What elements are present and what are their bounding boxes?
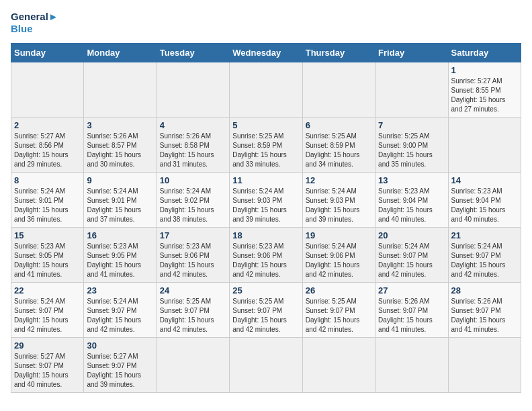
day-info: Sunrise: 5:26 AMSunset: 9:07 PMDaylight:…	[378, 297, 445, 334]
day-cell: 22Sunrise: 5:24 AMSunset: 9:07 PMDayligh…	[11, 283, 84, 338]
day-cell: 23Sunrise: 5:24 AMSunset: 9:07 PMDayligh…	[84, 283, 157, 338]
week-row-5: 22Sunrise: 5:24 AMSunset: 9:07 PMDayligh…	[11, 283, 521, 338]
header-row: SundayMondayTuesdayWednesdayThursdayFrid…	[11, 44, 521, 62]
day-info: Sunrise: 5:23 AMSunset: 9:06 PMDaylight:…	[232, 242, 299, 279]
week-row-1: 1Sunrise: 5:27 AMSunset: 8:55 PMDaylight…	[11, 62, 521, 118]
day-number: 2	[14, 120, 81, 130]
day-info: Sunrise: 5:25 AMSunset: 9:07 PMDaylight:…	[306, 297, 372, 334]
day-number: 20	[378, 230, 445, 240]
day-cell: 14Sunrise: 5:23 AMSunset: 9:04 PMDayligh…	[448, 173, 521, 228]
day-number: 15	[14, 230, 81, 240]
day-cell	[448, 338, 521, 393]
day-number: 7	[378, 120, 445, 130]
day-info: Sunrise: 5:24 AMSunset: 9:07 PMDaylight:…	[451, 242, 518, 279]
day-info: Sunrise: 5:24 AMSunset: 9:03 PMDaylight:…	[232, 187, 299, 224]
day-cell: 10Sunrise: 5:24 AMSunset: 9:02 PMDayligh…	[157, 173, 229, 228]
day-info: Sunrise: 5:25 AMSunset: 8:59 PMDaylight:…	[232, 132, 299, 169]
day-info: Sunrise: 5:24 AMSunset: 9:06 PMDaylight:…	[306, 242, 372, 279]
day-info: Sunrise: 5:24 AMSunset: 9:07 PMDaylight:…	[378, 242, 445, 279]
day-number: 30	[87, 340, 153, 351]
day-number: 23	[87, 285, 153, 295]
day-info: Sunrise: 5:24 AMSunset: 9:01 PMDaylight:…	[87, 187, 153, 224]
day-cell	[375, 338, 448, 393]
day-number: 9	[87, 175, 153, 185]
day-number: 26	[306, 285, 372, 295]
day-info: Sunrise: 5:26 AMSunset: 9:07 PMDaylight:…	[451, 297, 518, 334]
day-cell	[448, 118, 521, 173]
day-number: 13	[378, 175, 445, 185]
day-info: Sunrise: 5:23 AMSunset: 9:05 PMDaylight:…	[87, 242, 153, 279]
day-cell	[11, 62, 84, 118]
day-info: Sunrise: 5:27 AMSunset: 9:07 PMDaylight:…	[87, 352, 153, 390]
week-row-2: 2Sunrise: 5:27 AMSunset: 8:56 PMDaylight…	[11, 118, 521, 173]
column-header-tuesday: Tuesday	[157, 44, 229, 62]
day-cell: 6Sunrise: 5:25 AMSunset: 8:59 PMDaylight…	[302, 118, 375, 173]
day-number: 18	[232, 230, 299, 240]
week-row-6: 29Sunrise: 5:27 AMSunset: 9:07 PMDayligh…	[11, 338, 521, 393]
day-cell: 16Sunrise: 5:23 AMSunset: 9:05 PMDayligh…	[84, 228, 157, 283]
day-cell	[230, 338, 302, 393]
day-cell	[230, 62, 302, 118]
day-cell: 29Sunrise: 5:27 AMSunset: 9:07 PMDayligh…	[11, 338, 84, 393]
day-number: 16	[87, 230, 153, 240]
day-info: Sunrise: 5:27 AMSunset: 8:55 PMDaylight:…	[451, 77, 518, 114]
calendar-table: SundayMondayTuesdayWednesdayThursdayFrid…	[11, 43, 521, 393]
day-info: Sunrise: 5:26 AMSunset: 8:57 PMDaylight:…	[87, 132, 153, 169]
day-info: Sunrise: 5:23 AMSunset: 9:06 PMDaylight:…	[160, 242, 226, 279]
day-number: 8	[14, 175, 81, 185]
day-cell	[302, 62, 375, 118]
day-number: 19	[306, 230, 372, 240]
day-cell: 30Sunrise: 5:27 AMSunset: 9:07 PMDayligh…	[84, 338, 157, 393]
day-info: Sunrise: 5:27 AMSunset: 8:56 PMDaylight:…	[14, 132, 81, 169]
day-cell: 7Sunrise: 5:25 AMSunset: 9:00 PMDaylight…	[375, 118, 448, 173]
day-cell: 5Sunrise: 5:25 AMSunset: 8:59 PMDaylight…	[230, 118, 302, 173]
day-cell: 19Sunrise: 5:24 AMSunset: 9:06 PMDayligh…	[302, 228, 375, 283]
day-number: 28	[451, 285, 518, 295]
day-info: Sunrise: 5:26 AMSunset: 8:58 PMDaylight:…	[160, 132, 226, 169]
day-info: Sunrise: 5:25 AMSunset: 8:59 PMDaylight:…	[306, 132, 372, 169]
day-cell: 1Sunrise: 5:27 AMSunset: 8:55 PMDaylight…	[448, 62, 521, 118]
day-info: Sunrise: 5:25 AMSunset: 9:07 PMDaylight:…	[160, 297, 226, 334]
day-cell	[157, 338, 229, 393]
day-number: 6	[306, 120, 372, 130]
week-row-3: 8Sunrise: 5:24 AMSunset: 9:01 PMDaylight…	[11, 173, 521, 228]
day-cell: 21Sunrise: 5:24 AMSunset: 9:07 PMDayligh…	[448, 228, 521, 283]
day-number: 10	[160, 175, 226, 185]
day-cell	[302, 338, 375, 393]
day-cell: 12Sunrise: 5:24 AMSunset: 9:03 PMDayligh…	[302, 173, 375, 228]
day-cell: 11Sunrise: 5:24 AMSunset: 9:03 PMDayligh…	[230, 173, 302, 228]
day-number: 5	[232, 120, 299, 130]
day-cell: 28Sunrise: 5:26 AMSunset: 9:07 PMDayligh…	[448, 283, 521, 338]
day-number: 21	[451, 230, 518, 240]
day-cell: 13Sunrise: 5:23 AMSunset: 9:04 PMDayligh…	[375, 173, 448, 228]
day-info: Sunrise: 5:25 AMSunset: 9:07 PMDaylight:…	[232, 297, 299, 334]
column-header-thursday: Thursday	[302, 44, 375, 62]
day-cell: 15Sunrise: 5:23 AMSunset: 9:05 PMDayligh…	[11, 228, 84, 283]
day-info: Sunrise: 5:23 AMSunset: 9:04 PMDaylight:…	[378, 187, 445, 224]
day-number: 24	[160, 285, 226, 295]
column-header-sunday: Sunday	[11, 44, 84, 62]
week-row-4: 15Sunrise: 5:23 AMSunset: 9:05 PMDayligh…	[11, 228, 521, 283]
logo: General►Blue	[11, 11, 58, 35]
day-number: 14	[451, 175, 518, 185]
day-number: 27	[378, 285, 445, 295]
day-cell: 8Sunrise: 5:24 AMSunset: 9:01 PMDaylight…	[11, 173, 84, 228]
logo-text: General►Blue	[11, 11, 58, 35]
day-cell: 2Sunrise: 5:27 AMSunset: 8:56 PMDaylight…	[11, 118, 84, 173]
column-header-friday: Friday	[375, 44, 448, 62]
day-cell: 4Sunrise: 5:26 AMSunset: 8:58 PMDaylight…	[157, 118, 229, 173]
day-cell: 3Sunrise: 5:26 AMSunset: 8:57 PMDaylight…	[84, 118, 157, 173]
day-cell: 20Sunrise: 5:24 AMSunset: 9:07 PMDayligh…	[375, 228, 448, 283]
day-cell: 18Sunrise: 5:23 AMSunset: 9:06 PMDayligh…	[230, 228, 302, 283]
column-header-saturday: Saturday	[448, 44, 521, 62]
column-header-wednesday: Wednesday	[230, 44, 302, 62]
day-info: Sunrise: 5:27 AMSunset: 9:07 PMDaylight:…	[14, 352, 81, 390]
day-info: Sunrise: 5:24 AMSunset: 9:07 PMDaylight:…	[87, 297, 153, 334]
day-number: 4	[160, 120, 226, 130]
day-cell: 24Sunrise: 5:25 AMSunset: 9:07 PMDayligh…	[157, 283, 229, 338]
day-info: Sunrise: 5:25 AMSunset: 9:00 PMDaylight:…	[378, 132, 445, 169]
day-number: 17	[160, 230, 226, 240]
day-cell	[375, 62, 448, 118]
day-cell: 25Sunrise: 5:25 AMSunset: 9:07 PMDayligh…	[230, 283, 302, 338]
day-info: Sunrise: 5:24 AMSunset: 9:07 PMDaylight:…	[14, 297, 81, 334]
